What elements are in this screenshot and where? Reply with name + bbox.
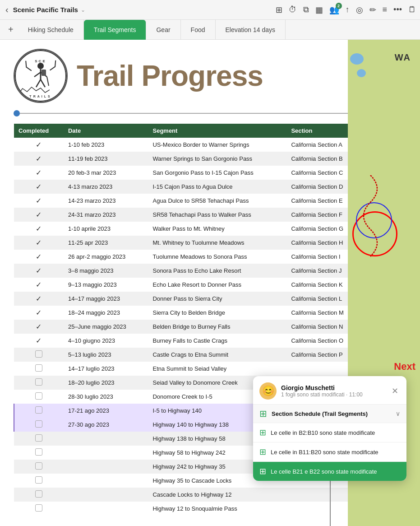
checkbox-empty[interactable]: [35, 420, 42, 428]
popup-vertical-line: [330, 481, 331, 526]
table-icon-2: ⊞: [259, 447, 266, 457]
map-trail-svg: [357, 175, 411, 265]
cell-completed: ✓: [14, 138, 64, 152]
cell-date: 9–13 maggio 2023: [64, 278, 148, 292]
checkbox-empty[interactable]: [35, 378, 42, 386]
cell-completed: ✓: [14, 292, 64, 306]
cell-date: 20 feb-3 mar 2023: [64, 166, 148, 180]
notif-item-text-3: Le celle B21 e B22 sono state modificate: [271, 468, 400, 475]
cell-date: 4-13 marzo 2023: [64, 180, 148, 194]
svg-point-0: [37, 63, 44, 69]
notif-header: 😊 Giorgio Muschetti 1 fogli sono stati m…: [253, 376, 406, 404]
cell-segment: Tuolumne Meadows to Sonora Pass: [148, 250, 286, 264]
cell-completed: [14, 488, 64, 502]
cell-date: [64, 460, 148, 474]
col-segment: Segment: [148, 124, 286, 138]
svg-line-4: [47, 77, 49, 86]
logo-hiker-svg: [29, 62, 52, 89]
checkbox-empty[interactable]: [35, 448, 42, 456]
main-content: WA Next SCE: [0, 40, 420, 526]
cell-date: 14–17 luglio 2023: [64, 362, 148, 376]
cell-completed: [14, 446, 64, 460]
checkbox-empty[interactable]: [35, 350, 42, 358]
tab-gear[interactable]: Gear: [146, 20, 180, 40]
copy-icon[interactable]: ⧉: [303, 5, 309, 14]
cell-date: 14–17 maggio 2023: [64, 292, 148, 306]
check-icon: ✓: [36, 323, 42, 330]
cell-segment: SR58 Tehachapi Pass to Walker Pass: [148, 208, 286, 222]
list-icon[interactable]: ≡: [383, 5, 388, 14]
more-icon[interactable]: •••: [393, 5, 402, 14]
cell-date: 18–20 luglio 2023: [64, 376, 148, 390]
receipt-icon[interactable]: 🗒: [408, 5, 416, 14]
cell-completed: ✓: [14, 194, 64, 208]
cell-completed: ✓: [14, 222, 64, 236]
back-button[interactable]: ‹: [4, 3, 10, 17]
tab-trail-segments[interactable]: Trail Segments: [84, 20, 147, 40]
grid-icon[interactable]: ⊞: [276, 5, 282, 15]
cell-date: 26 apr-2 maggio 2023: [64, 250, 148, 264]
cell-segment: Cascade Locks to Highway 12: [148, 488, 286, 502]
tab-food[interactable]: Food: [181, 20, 216, 40]
checkbox-empty[interactable]: [35, 504, 42, 512]
add-tab-button[interactable]: +: [4, 23, 18, 37]
tab-hiking-schedule[interactable]: Hiking Schedule: [18, 20, 84, 40]
check-icon: ✓: [36, 225, 42, 233]
cell-segment: Sonora Pass to Echo Lake Resort: [148, 264, 286, 278]
check-icon: ✓: [36, 295, 42, 303]
cell-completed: [14, 376, 64, 390]
checkbox-empty[interactable]: [35, 476, 42, 484]
cell-completed: [14, 404, 64, 418]
check-icon: ✓: [36, 253, 42, 261]
checkbox-empty[interactable]: [35, 434, 42, 442]
share-icon[interactable]: ↑: [346, 5, 350, 14]
media-icon[interactable]: ▦: [315, 5, 323, 15]
clock-icon[interactable]: ⏱: [289, 5, 297, 14]
people-icon[interactable]: 👥2: [329, 5, 339, 15]
close-icon[interactable]: ✕: [390, 384, 400, 398]
cell-date: 4–10 giugno 2023: [64, 334, 148, 348]
checkbox-empty[interactable]: [35, 490, 42, 498]
cell-date: 18–24 maggio 2023: [64, 306, 148, 320]
col-date: Date: [64, 124, 148, 138]
cell-segment: Echo Lake Resort to Donner Pass: [148, 278, 286, 292]
coin-icon[interactable]: ◎: [356, 5, 363, 15]
cell-date: 14-23 marzo 2023: [64, 194, 148, 208]
cell-segment: Agua Dulce to SR58 Tehachapi Pass: [148, 194, 286, 208]
notif-section-row[interactable]: ⊞ Section Schedule (Trail Segments) ∨: [253, 404, 406, 423]
chevron-down-icon[interactable]: ⌄: [81, 7, 85, 13]
cell-date: 3–8 maggio 2023: [64, 264, 148, 278]
cell-segment: Sierra City to Belden Bridge: [148, 306, 286, 320]
cell-completed: [14, 418, 64, 432]
cell-completed: [14, 432, 64, 446]
people-badge: 2: [336, 3, 342, 9]
cell-date: 17-21 ago 2023: [64, 404, 148, 418]
notif-user-name: Giorgio Muschetti: [281, 384, 385, 391]
col-completed: Completed: [14, 124, 64, 138]
check-icon: ✓: [36, 141, 42, 149]
cell-date: 5–13 luglio 2023: [64, 348, 148, 362]
check-icon: ✓: [36, 211, 42, 219]
check-icon: ✓: [36, 183, 42, 191]
cell-completed: [14, 362, 64, 376]
cell-segment: Burney Falls to Castle Crags: [148, 334, 286, 348]
progress-dot: [14, 110, 20, 116]
tab-elevation[interactable]: Elevation 14 days: [216, 20, 286, 40]
check-icon: ✓: [36, 337, 42, 344]
page-title: Trail Progress: [77, 59, 263, 93]
checkbox-empty[interactable]: [35, 462, 42, 470]
map-next-label: Next: [394, 361, 415, 372]
pin-icon[interactable]: ✏: [369, 5, 376, 15]
checkbox-empty[interactable]: [35, 364, 42, 372]
checkbox-empty[interactable]: [35, 406, 42, 414]
table-icon: ⊞: [259, 408, 267, 419]
notif-item-3: ⊞ Le celle B21 e B22 sono state modifica…: [253, 461, 406, 481]
checkbox-empty[interactable]: [35, 392, 42, 400]
cell-segment: Highway 12 to Snoqualmie Pass: [148, 502, 286, 516]
cell-date: 1-10 feb 2023: [64, 138, 148, 152]
cell-segment: Walker Pass to Mt. Whitney: [148, 222, 286, 236]
check-icon: ✓: [36, 169, 42, 177]
check-icon: ✓: [36, 239, 42, 247]
cell-segment: Etna Summit to Seiad Valley: [148, 362, 286, 376]
cell-date: [64, 474, 148, 488]
